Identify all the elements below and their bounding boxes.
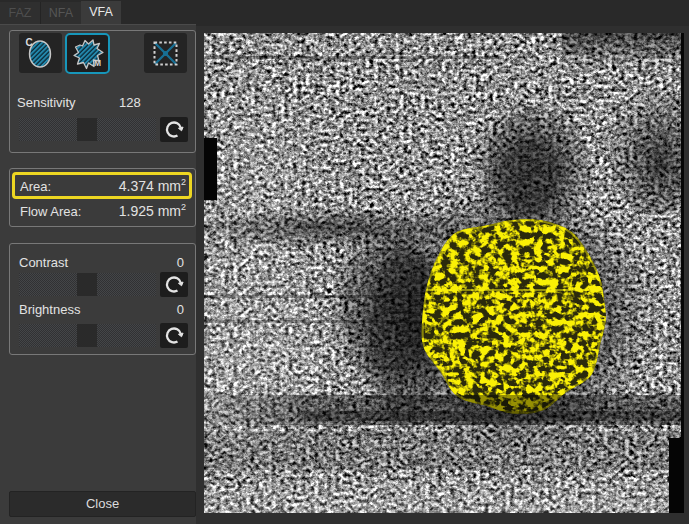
svg-text:M: M xyxy=(94,58,101,68)
svg-text:C: C xyxy=(26,37,33,48)
